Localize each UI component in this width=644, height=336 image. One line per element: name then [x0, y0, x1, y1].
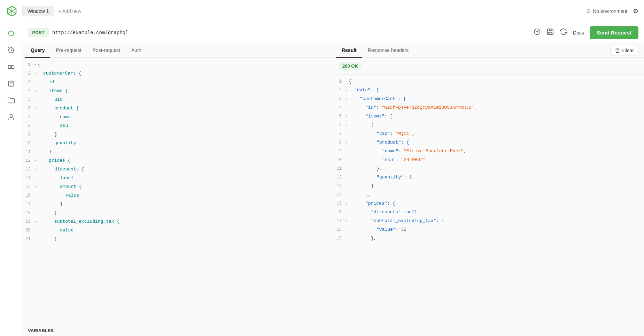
svg-rect-6: [8, 65, 10, 68]
left-tabs: Query Pre-request Post-request Auth: [22, 43, 333, 58]
status-row: 200 OK: [333, 58, 644, 75]
tab-post-request[interactable]: Post-request: [87, 43, 126, 58]
app-logo: [6, 5, 18, 17]
result-line: 7 "uid": "Mjc1",: [333, 130, 644, 138]
code-line: 14 label: [22, 174, 333, 183]
code-line: 8 sku: [22, 122, 333, 130]
code-line: 21 }: [22, 235, 333, 244]
query-code-area[interactable]: 1▾{ 2▾customerCart { 3 id 4▾items { 5 ui…: [22, 58, 333, 325]
svg-point-12: [10, 115, 12, 117]
sidebar: [0, 22, 22, 336]
add-param-icon[interactable]: [533, 28, 541, 37]
settings-icon[interactable]: ⚙: [633, 7, 638, 15]
result-line: 10 "sku": "24-MB04": [333, 156, 644, 165]
svg-rect-7: [11, 65, 14, 68]
code-line: 10 quantity: [22, 139, 333, 148]
code-line: 4▾items {: [22, 87, 333, 96]
content-area: POST Docs Send Request: [22, 22, 644, 336]
tab-response-headers[interactable]: Response headers: [362, 43, 414, 58]
code-line: 12▾prices {: [22, 156, 333, 165]
code-line: 15▾amount {: [22, 183, 333, 191]
result-line: 3▾"customerCart": {: [333, 95, 644, 104]
sidebar-icon-collection[interactable]: [4, 77, 18, 91]
url-actions: Docs Send Request: [533, 26, 638, 39]
result-line: 13 }: [333, 182, 644, 191]
status-badge: 200 OK: [339, 62, 362, 70]
add-new-button[interactable]: + Add new: [58, 8, 81, 14]
code-line: 11 }: [22, 148, 333, 156]
code-line: 18 }: [22, 209, 333, 217]
result-code-area[interactable]: 1 { 2▾"data": { 3▾"customerCart": { 4 "i…: [333, 75, 644, 336]
panels: Query Pre-request Post-request Auth 1▾{ …: [22, 43, 644, 336]
result-header: Result Response headers Clear: [333, 43, 644, 58]
result-line: 18 "value": 32: [333, 226, 644, 234]
svg-point-4: [9, 31, 14, 36]
result-line: 4 "id": "W2CfFQ4FeTpZdQcy9A1miU0SuKnmoHJ…: [333, 104, 644, 112]
code-line: 2▾customerCart {: [22, 69, 333, 78]
result-line: 9 "name": "Strive Shoulder Pack",: [333, 147, 644, 156]
code-line: 1▾{: [22, 61, 333, 69]
result-line: 11 },: [333, 165, 644, 173]
result-line: 1 {: [333, 77, 644, 86]
code-line: 13▾discounts {: [22, 165, 333, 174]
topbar-right: ⊘ No environment ⚙: [586, 7, 638, 15]
svg-rect-16: [549, 29, 551, 31]
sidebar-icon-folder[interactable]: [4, 93, 18, 107]
clear-button[interactable]: Clear: [610, 46, 638, 55]
sidebar-icon-refresh[interactable]: [4, 26, 18, 40]
code-line: 17 }: [22, 200, 333, 209]
result-line: 15▾"prices": {: [333, 199, 644, 208]
result-line: 16 "discounts": null,: [333, 208, 644, 217]
code-line: 9 }: [22, 130, 333, 139]
result-line: 5▾"items": [: [333, 112, 644, 121]
result-line: 12 "quantity": 1: [333, 173, 644, 182]
svg-rect-17: [549, 32, 552, 35]
result-line: 14 ],: [333, 191, 644, 199]
code-line: 19▾subtotal_excluding_tax {: [22, 217, 333, 226]
tab-auth[interactable]: Auth: [126, 43, 147, 58]
result-line: 2▾"data": {: [333, 86, 644, 95]
send-request-button[interactable]: Send Request: [590, 26, 638, 39]
code-line: 20 value: [22, 226, 333, 235]
topbar: Window 1 + Add new ⊘ No environment ⚙: [0, 0, 644, 22]
result-line: 8▾"product": {: [333, 138, 644, 147]
save-icon[interactable]: [546, 28, 554, 37]
code-line: 5 uid: [22, 96, 333, 104]
tab-pre-request[interactable]: Pre-request: [50, 43, 87, 58]
url-bar: POST Docs Send Request: [22, 22, 644, 43]
left-panel: Query Pre-request Post-request Auth 1▾{ …: [22, 43, 333, 336]
code-line: 7 name: [22, 113, 333, 122]
code-line: 3 id: [22, 78, 333, 87]
window-tab[interactable]: Window 1: [22, 6, 54, 16]
refresh-icon[interactable]: [560, 28, 567, 37]
result-line: 19 },: [333, 234, 644, 243]
environment-selector[interactable]: ⊘ No environment: [586, 8, 627, 14]
code-line: 6▾product {: [22, 104, 333, 113]
docs-button[interactable]: Docs: [573, 30, 584, 36]
sidebar-icon-history[interactable]: [4, 43, 18, 57]
result-line: 17▾"subtotal_excluding_tax": {: [333, 217, 644, 226]
tab-query[interactable]: Query: [25, 43, 50, 58]
right-panel: Result Response headers Clear 200 OK 1 {…: [333, 43, 644, 336]
code-line: 16 value: [22, 191, 333, 200]
result-line: 6▾{: [333, 121, 644, 130]
sidebar-icon-user[interactable]: [4, 110, 18, 124]
method-badge[interactable]: POST: [28, 28, 49, 37]
variables-bar[interactable]: VARIABLES: [22, 325, 333, 336]
sidebar-icon-schema[interactable]: [4, 60, 18, 74]
url-input[interactable]: [52, 30, 530, 36]
main-layout: POST Docs Send Request: [0, 22, 644, 336]
tab-result[interactable]: Result: [336, 43, 362, 58]
